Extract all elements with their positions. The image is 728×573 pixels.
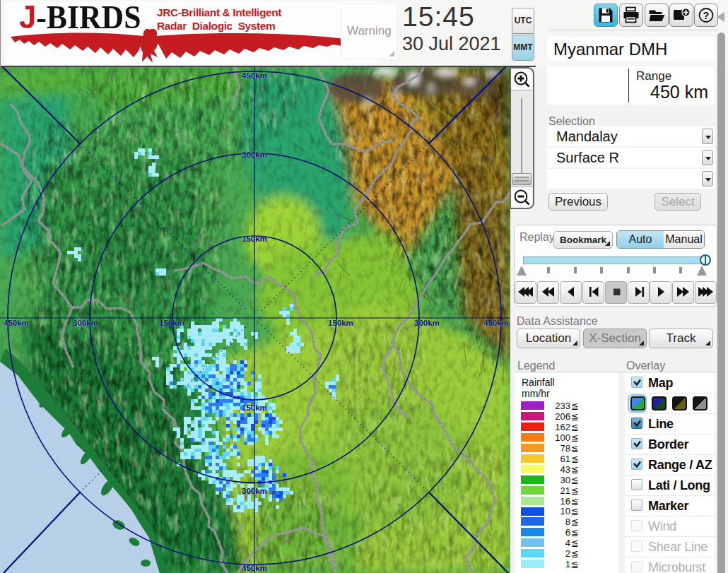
svg-text:450km: 450km [483,319,509,327]
svg-text:450km: 450km [242,564,267,572]
svg-text:300km: 300km [242,150,267,159]
svg-text:300km: 300km [242,487,267,495]
svg-text:150km: 150km [159,319,184,327]
svg-text:150km: 150km [242,403,267,412]
svg-text:450km: 450km [4,319,29,327]
svg-text:450km: 450km [242,71,267,80]
svg-text:300km: 300km [414,319,440,327]
svg-text:300km: 300km [73,319,98,327]
svg-text:150km: 150km [242,235,267,243]
svg-text:?: ? [703,10,710,21]
svg-text:150km: 150km [328,319,353,327]
